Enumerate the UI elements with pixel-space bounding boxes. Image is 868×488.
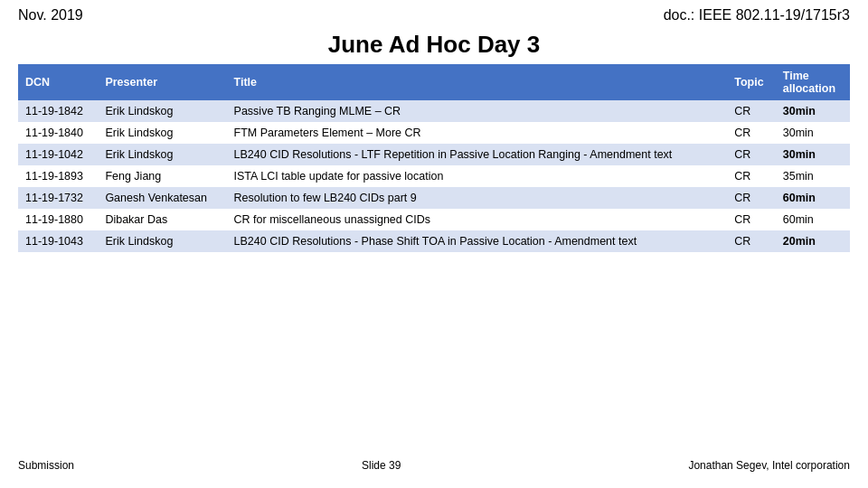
header-bar: Nov. 2019 doc.: IEEE 802.11-19/1715r3 [0, 0, 868, 27]
cell-presenter: Ganesh Venkatesan [98, 187, 226, 209]
header-right: doc.: IEEE 802.11-19/1715r3 [664, 7, 850, 23]
cell-title: Passive TB Ranging MLME – CR [227, 100, 728, 122]
cell-presenter [98, 252, 226, 261]
cell-title [227, 252, 728, 261]
cell-presenter: Feng Jiang [98, 165, 226, 187]
cell-dcn: 11-19-1840 [18, 122, 98, 144]
cell-presenter: Erik Lindskog [98, 100, 226, 122]
cell-presenter: Erik Lindskog [98, 122, 226, 144]
cell-title: CR for miscellaneous unassigned CIDs [227, 209, 728, 230]
cell-title: FTM Parameters Element – More CR [227, 122, 728, 144]
cell-topic [727, 252, 776, 261]
footer-right: Jonathan Segev, Intel corporation [688, 459, 850, 472]
table-row: 11-19-1893Feng JiangISTA LCI table updat… [18, 165, 850, 187]
cell-time: 30min [776, 100, 850, 122]
cell-time: 30min [776, 122, 850, 144]
table-row: 11-19-1840Erik LindskogFTM Parameters El… [18, 122, 850, 144]
cell-dcn: 11-19-1880 [18, 209, 98, 230]
footer-center: Slide 39 [362, 459, 401, 472]
cell-topic: CR [727, 230, 776, 252]
cell-dcn: 11-19-1842 [18, 100, 98, 122]
table-row: 11-19-1842Erik LindskogPassive TB Rangin… [18, 100, 850, 122]
footer-left: Submission [18, 459, 74, 472]
cell-title: LB240 CID Resolutions - Phase Shift TOA … [227, 230, 728, 252]
cell-title: Resolution to few LB240 CIDs part 9 [227, 187, 728, 209]
cell-time: 30min [776, 144, 850, 165]
cell-dcn: 11-19-1042 [18, 144, 98, 165]
table-header-row: DCN Presenter Title Topic Timeallocation [18, 64, 850, 100]
cell-topic: CR [727, 165, 776, 187]
footer-bar: Submission Slide 39 Jonathan Segev, Inte… [0, 452, 868, 479]
table-row: 11-19-1880Dibakar DasCR for miscellaneou… [18, 209, 850, 230]
cell-topic: CR [727, 122, 776, 144]
table-row: 11-19-1042Erik LindskogLB240 CID Resolut… [18, 144, 850, 165]
col-header-dcn: DCN [18, 64, 98, 100]
cell-topic: CR [727, 144, 776, 165]
cell-topic: CR [727, 209, 776, 230]
cell-dcn: 11-19-1893 [18, 165, 98, 187]
cell-dcn: 11-19-1732 [18, 187, 98, 209]
header-left: Nov. 2019 [18, 7, 83, 23]
cell-time: 20min [776, 230, 850, 252]
col-header-title: Title [227, 64, 728, 100]
cell-time: 60min [776, 187, 850, 209]
col-header-presenter: Presenter [98, 64, 226, 100]
table-row: 11-19-1732Ganesh VenkatesanResolution to… [18, 187, 850, 209]
cell-topic: CR [727, 187, 776, 209]
cell-time [776, 252, 850, 261]
table-container: DCN Presenter Title Topic Timeallocation… [0, 64, 868, 261]
cell-title: LB240 CID Resolutions - LTF Repetition i… [227, 144, 728, 165]
cell-time: 35min [776, 165, 850, 187]
main-table: DCN Presenter Title Topic Timeallocation… [18, 64, 850, 261]
col-header-topic: Topic [727, 64, 776, 100]
cell-presenter: Dibakar Das [98, 209, 226, 230]
cell-presenter: Erik Lindskog [98, 144, 226, 165]
page-title: June Ad Hoc Day 3 [0, 31, 868, 59]
cell-time: 60min [776, 209, 850, 230]
cell-title: ISTA LCI table update for passive locati… [227, 165, 728, 187]
cell-dcn: 11-19-1043 [18, 230, 98, 252]
table-row: 11-19-1043Erik LindskogLB240 CID Resolut… [18, 230, 850, 252]
cell-topic: CR [727, 100, 776, 122]
col-header-time: Timeallocation [776, 64, 850, 100]
cell-dcn [18, 252, 98, 261]
table-row [18, 252, 850, 261]
cell-presenter: Erik Lindskog [98, 230, 226, 252]
